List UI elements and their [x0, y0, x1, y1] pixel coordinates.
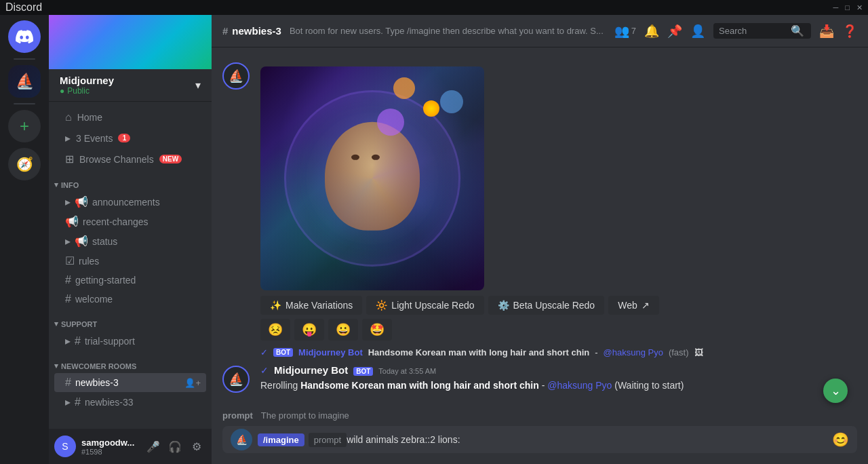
hash-icon-header: #	[222, 25, 228, 37]
attribution-line: ✓ BOT Midjourney Bot Handsome Korean man…	[222, 346, 857, 359]
emoji-button[interactable]: 😊	[832, 431, 849, 448]
members-icon: 👥	[614, 24, 629, 39]
prompt-label: prompt	[222, 410, 253, 421]
browse-channels-label: Browse Channels	[79, 154, 154, 165]
server-header[interactable]: Midjourney ● Public ▾	[49, 69, 212, 102]
channel-name: announcements	[92, 197, 201, 208]
bot-username: Midjourney Bot	[274, 364, 348, 376]
channel-rules[interactable]: ☑ rules	[54, 251, 206, 271]
channel-recent-changes[interactable]: 📢 recent-changes	[54, 212, 206, 231]
explore-button[interactable]: 🧭	[8, 148, 41, 180]
input-area: ⛵ /imagine prompt 😊	[212, 426, 868, 464]
megaphone-icon: 📢	[75, 195, 88, 208]
mute-button[interactable]: 🎤	[144, 437, 163, 456]
prompt-hint: prompt The prompt to imagine	[212, 405, 868, 426]
reaction-4[interactable]: 🤩	[362, 319, 392, 341]
slash-command-label: /imagine	[258, 433, 304, 446]
server-icon-midjourney[interactable]: ⛵	[8, 65, 41, 98]
reaction-3[interactable]: 😀	[328, 319, 358, 341]
category-newcomer[interactable]: ▾ NEWCOMER ROOMS	[49, 351, 212, 373]
channel-status[interactable]: ▸ 📢 status	[54, 231, 206, 251]
pin-button[interactable]: 📌	[667, 24, 682, 39]
channel-name: newbies-33	[85, 397, 201, 408]
reaction-2[interactable]: 😛	[294, 319, 324, 341]
announcement-icon: ▸	[65, 195, 71, 208]
chevron-down-icon: ▾	[195, 79, 201, 92]
channel-newbies-33[interactable]: ▸ # newbies-33	[54, 392, 206, 412]
channel-newbies-3[interactable]: # newbies-3 👤+	[54, 373, 206, 392]
dash-separator: -	[595, 347, 597, 357]
browse-channels-badge: NEW	[159, 155, 182, 163]
channel-name: trial-support	[85, 336, 201, 347]
verified-badge: ✓	[260, 365, 269, 376]
verified-icon: ✓	[260, 347, 268, 357]
prompt-description: The prompt to imagine	[261, 410, 349, 421]
category-info[interactable]: ▾ INFO	[49, 170, 212, 192]
server-divider	[14, 58, 35, 60]
server-status: ● Public	[60, 86, 114, 96]
discord-home-button[interactable]	[8, 20, 41, 53]
command-input[interactable]	[347, 426, 827, 453]
channel-announcements[interactable]: ▸ 📢 announcements	[54, 192, 206, 212]
reroll-dash: -	[542, 380, 548, 391]
reactions: 😣 😛 😀 🤩	[260, 319, 857, 341]
add-server-button[interactable]: +	[8, 110, 41, 142]
member-list-button[interactable]: 👤	[690, 24, 705, 39]
generated-image	[260, 66, 484, 290]
channel-welcome[interactable]: # welcome	[54, 290, 206, 309]
deafen-button[interactable]: 🎧	[165, 437, 184, 456]
external-link-icon: ↗	[642, 300, 650, 311]
channel-trial-support[interactable]: ▸ # trial-support	[54, 331, 206, 351]
collapse-icon: ▾	[54, 180, 58, 189]
category-label-2: SUPPORT	[61, 320, 97, 328]
mention-user-inline: @haksung Pyo	[604, 347, 663, 357]
server-name: Midjourney	[60, 75, 114, 86]
collapse-icon-5: ▾	[54, 362, 58, 370]
events-icon: ▸	[65, 132, 71, 144]
nav-home[interactable]: ⌂ Home	[54, 107, 206, 128]
web-button[interactable]: Web ↗	[608, 296, 659, 315]
light-upscale-redo-button[interactable]: 🔆 Light Upscale Redo	[366, 296, 484, 315]
chevron-down-icon-2: ⌄	[831, 383, 841, 398]
command-param: prompt	[309, 433, 347, 447]
channel-description: Bot room for new users. Type /imagine th…	[290, 26, 606, 36]
message-header: ✓ Midjourney Bot BOT Today at 3:55 AM	[260, 364, 857, 376]
close-button[interactable]: ✕	[856, 3, 863, 12]
search-input[interactable]	[719, 26, 787, 36]
reroll-mention: @haksung Pyo	[547, 380, 612, 391]
nav-browse-channels[interactable]: ⊞ Browse Channels NEW	[54, 149, 206, 170]
events-label: 3 Events	[76, 133, 113, 144]
notif-settings-button[interactable]: 🔔	[644, 24, 659, 39]
settings-button[interactable]: ⚙	[187, 437, 206, 456]
channel-header: # newbies-3 Bot room for new users. Type…	[212, 15, 868, 47]
beta-upscale-redo-button[interactable]: ⚙️ Beta Upscale Redo	[488, 296, 605, 315]
inbox-button[interactable]: 📥	[819, 24, 834, 39]
people-icon: 👤	[690, 24, 705, 39]
pin-icon: 📌	[667, 24, 682, 39]
help-button[interactable]: ❓	[842, 24, 857, 39]
browse-icon: ⊞	[65, 153, 74, 166]
hash-icon-4: #	[65, 376, 71, 389]
messages-area: ⛵ ✨ Make Variatio	[212, 47, 868, 405]
category-support[interactable]: ▾ SUPPORT	[49, 309, 212, 331]
channel-header-name: # newbies-3	[222, 25, 281, 37]
user-info: samgoodw... #1598	[81, 438, 138, 456]
search-box[interactable]: 🔍	[713, 23, 811, 39]
nav-events[interactable]: ▸ 3 Events 1	[54, 128, 206, 149]
image-decoration	[260, 66, 484, 290]
member-count-button[interactable]: 👥 7	[614, 24, 636, 39]
maximize-button[interactable]: □	[845, 3, 850, 12]
megaphone-icon-3: 📢	[75, 235, 88, 248]
minimize-button[interactable]: ─	[833, 3, 839, 12]
jump-to-present-button[interactable]: ⌄	[823, 379, 848, 403]
window-controls[interactable]: ─ □ ✕	[833, 3, 863, 12]
image-orbs	[423, 100, 439, 117]
hash-icon-5: #	[75, 396, 81, 408]
make-variations-button[interactable]: ✨ Make Variations	[260, 296, 362, 315]
rules-icon: ☑	[65, 254, 75, 267]
main-content: # newbies-3 Bot room for new users. Type…	[212, 15, 868, 464]
channel-getting-started[interactable]: # getting-started	[54, 271, 206, 290]
message-timestamp: Today at 3:55 AM	[378, 367, 436, 375]
reaction-1[interactable]: 😣	[260, 319, 290, 341]
message-input-wrapper: ⛵ /imagine prompt 😊	[222, 426, 857, 453]
